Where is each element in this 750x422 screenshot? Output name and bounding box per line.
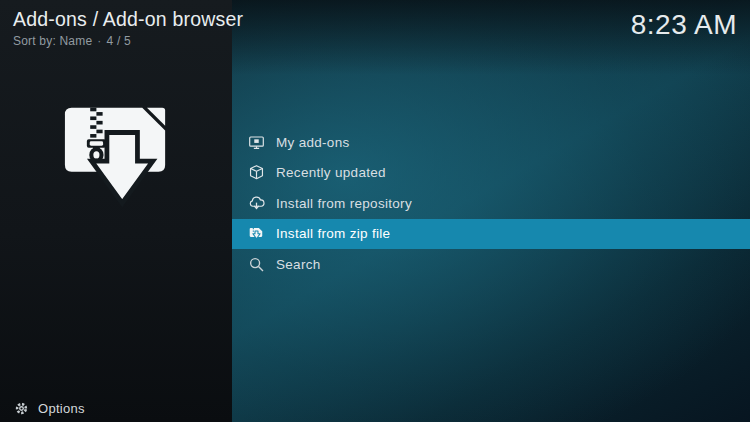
addon-browser-menu: My add-ons Recently updated Install from… xyxy=(232,127,750,280)
menu-item-recently-updated[interactable]: Recently updated xyxy=(232,158,750,189)
page-title: Add-ons / Add-on browser xyxy=(13,8,243,31)
menu-item-install-from-zip[interactable]: Install from zip file xyxy=(232,219,750,250)
menu-item-search[interactable]: Search xyxy=(232,249,750,280)
menu-item-label: Install from zip file xyxy=(276,226,390,241)
recently-updated-icon xyxy=(248,164,265,181)
menu-item-label: Recently updated xyxy=(276,165,386,180)
menu-item-label: Search xyxy=(276,257,321,272)
sort-by-label: Sort by: Name xyxy=(13,34,92,48)
install-from-repository-icon xyxy=(248,195,265,212)
gear-icon xyxy=(14,401,29,416)
header: Add-ons / Add-on browser Sort by: Name·4… xyxy=(13,8,243,48)
clock: 8:23 AM xyxy=(631,9,737,41)
position-indicator: 4 / 5 xyxy=(107,34,131,48)
separator-dot: · xyxy=(92,34,106,48)
install-from-zip-icon xyxy=(248,225,265,242)
search-icon xyxy=(248,256,265,273)
zip-file-download-icon xyxy=(63,100,168,207)
left-panel xyxy=(0,0,232,422)
menu-item-my-addons[interactable]: My add-ons xyxy=(232,127,750,158)
menu-item-install-from-repository[interactable]: Install from repository xyxy=(232,188,750,219)
menu-item-label: Install from repository xyxy=(276,196,412,211)
menu-item-label: My add-ons xyxy=(276,135,350,150)
sort-status: Sort by: Name·4 / 5 xyxy=(13,34,243,48)
options-button[interactable]: Options xyxy=(14,401,85,416)
my-addons-icon xyxy=(248,134,265,151)
options-label: Options xyxy=(38,401,85,416)
